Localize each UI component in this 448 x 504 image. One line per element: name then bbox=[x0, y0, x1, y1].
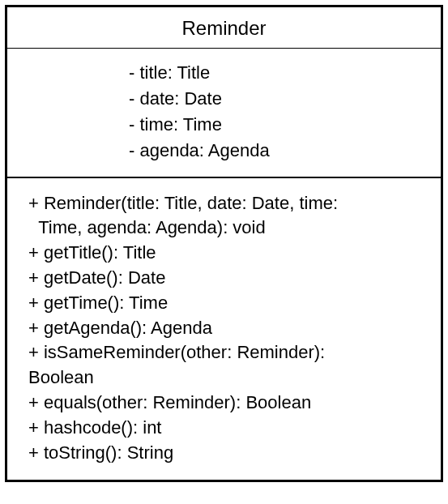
uml-class-box: Reminder - title: Title - date: Date - t… bbox=[5, 5, 443, 482]
class-name-section: Reminder bbox=[7, 7, 441, 49]
class-name: Reminder bbox=[181, 17, 266, 39]
attribute-row: - time: Time bbox=[129, 112, 425, 138]
method-row: + isSameReminder(other: Reminder): Boole… bbox=[28, 340, 425, 391]
method-row: + toString(): String bbox=[28, 441, 425, 466]
method-row: + hashcode(): int bbox=[28, 416, 425, 441]
method-row: + getAgenda(): Agenda bbox=[28, 316, 425, 341]
method-row: + getTime(): Time bbox=[28, 291, 425, 316]
attributes-section: - title: Title - date: Date - time: Time… bbox=[7, 49, 441, 178]
attribute-row: - date: Date bbox=[129, 86, 425, 112]
method-row: + getDate(): Date bbox=[28, 266, 425, 291]
method-row: + getTitle(): Title bbox=[28, 241, 425, 266]
attribute-row: - agenda: Agenda bbox=[129, 138, 425, 164]
method-row: + Reminder(title: Title, date: Date, tim… bbox=[28, 191, 425, 241]
method-row: + equals(other: Reminder): Boolean bbox=[28, 391, 425, 416]
methods-section: + Reminder(title: Title, date: Date, tim… bbox=[7, 178, 441, 481]
attribute-row: - title: Title bbox=[129, 60, 425, 86]
